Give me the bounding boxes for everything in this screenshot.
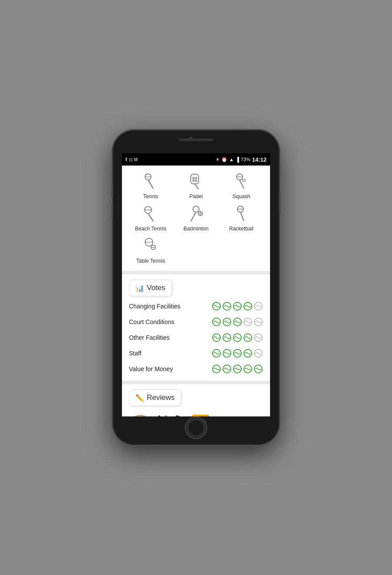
beach-tennis-icon [140,203,161,224]
ball-4 [243,317,253,327]
ball-1 [212,364,221,374]
ball-4 [243,301,253,311]
ball-3 [233,364,242,374]
ball-2 [222,317,232,327]
value-for-money-label: Value for Money [129,365,173,372]
racketball-icon [231,203,252,224]
padel-label: Padel [189,193,203,200]
ball-2 [222,333,232,342]
reviewer-name: John Doe [157,415,189,416]
svg-line-4 [195,184,199,189]
racketball-label: Racketball [229,226,253,232]
ball-3 [233,317,242,327]
wifi-icon: ▲ [229,157,234,162]
gmail-icon: M [134,157,138,162]
svg-point-8 [195,180,197,182]
sport-item-beach-tennis[interactable]: Beach Tennis [129,203,172,232]
battery-percent: 73% [241,157,250,162]
tennis-label: Tennis [143,193,159,200]
ball-5 [253,364,263,374]
ball-5 [253,317,263,327]
votes-header: 📊 Votes [129,280,172,296]
svg-line-17 [191,212,196,221]
svg-rect-3 [191,174,199,184]
svg-line-23 [240,212,244,221]
votes-card: 📊 Votes Changing Facilities [122,274,270,381]
table-tennis-label: Table Tennis [136,258,166,264]
ball-5 [253,333,263,342]
ball-5 [253,348,263,358]
staff-label: Staff [129,350,142,357]
svg-point-6 [195,177,197,179]
status-right-icons: ✳ ⏰ ▲ ▐ 73% 14:12 [216,156,267,163]
phone-device: f ⊡ M ✳ ⏰ ▲ ▐ 73% 14:12 [113,131,279,444]
table-tennis-icon [140,235,161,256]
svg-point-5 [193,177,194,179]
svg-point-12 [243,179,245,182]
reviews-header: ✏️ Reviews [129,389,181,406]
signal-icon: ▐ [236,157,239,162]
vote-row-court-conditions: Court Conditions [129,317,263,327]
reviews-card: ✏️ Reviews J [122,384,270,416]
sports-grid: Tennis [129,171,263,264]
home-button-inner [188,419,204,436]
reviewer-name-row: John Doe 4.4/5 [157,415,263,416]
sport-item-squash[interactable]: Squash [220,171,263,200]
phone-screen: f ⊡ M ✳ ⏰ ▲ ▐ 73% 14:12 [122,153,270,416]
ball-2 [222,301,232,311]
ball-1 [212,301,221,311]
sport-item-tennis[interactable]: Tennis [129,171,172,200]
beach-tennis-label: Beach Tennis [135,226,166,232]
home-button[interactable] [185,416,207,439]
sport-item-padel[interactable]: Padel [174,171,218,200]
ball-4 [243,333,253,342]
changing-facilities-label: Changing Facilities [129,303,180,310]
tennis-icon [140,171,161,192]
ball-1 [212,317,221,327]
badminton-label: Badminton [183,226,208,232]
volume-up-button[interactable] [112,183,113,199]
vote-row-other-facilities: Other Facilities [129,333,263,342]
time-display: 14:12 [252,156,267,163]
bluetooth-icon: ✳ [216,157,220,162]
squash-label: Squash [233,193,250,200]
vote-row-changing-facilities: Changing Facilities [129,301,263,311]
phone-speaker [179,139,213,141]
power-button[interactable] [279,192,280,214]
edit-icon: ✏️ [135,394,144,402]
reviews-title: Reviews [147,393,175,402]
svg-line-15 [148,213,153,221]
reviewer-info: John Doe 4.4/5 Fantactic atmosphere! Goo… [157,415,263,416]
bar-chart-icon: 📊 [135,284,144,292]
ball-2 [222,364,232,374]
ball-5 [253,301,263,311]
value-for-money-rating [212,364,263,374]
sport-item-racketball[interactable]: Racketball [220,203,263,232]
ball-3 [233,333,242,342]
sport-item-table-tennis[interactable]: Table Tennis [129,235,172,264]
ball-1 [212,333,221,342]
other-facilities-label: Other Facilities [129,334,169,341]
sports-card: Tennis [122,166,270,271]
ball-1 [212,348,221,358]
ball-3 [233,348,242,358]
svg-line-1 [148,180,153,189]
sport-item-badminton[interactable]: Badminton [174,203,218,232]
other-facilities-rating [212,333,263,342]
court-conditions-label: Court Conditions [129,318,174,325]
status-left-icons: f ⊡ M [125,157,138,162]
image-icon: ⊡ [129,157,132,162]
volume-down-button[interactable] [112,203,113,219]
padel-icon [186,171,206,192]
svg-point-7 [193,180,194,182]
ball-3 [233,301,242,311]
vote-row-staff: Staff [129,348,263,358]
alarm-icon: ⏰ [221,157,227,162]
changing-facilities-rating [212,301,263,311]
votes-title: Votes [147,284,166,292]
svg-point-16 [193,206,199,212]
status-bar: f ⊡ M ✳ ⏰ ▲ ▐ 73% 14:12 [122,153,270,166]
facebook-icon: f [125,157,127,162]
badminton-icon [186,203,206,224]
content-scroll[interactable]: Tennis [122,166,270,416]
